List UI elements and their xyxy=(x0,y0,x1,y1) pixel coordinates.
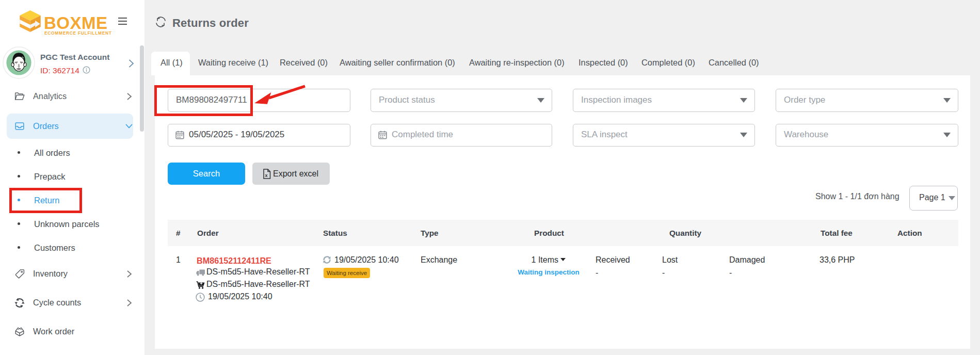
svg-text:x: x xyxy=(265,173,268,178)
